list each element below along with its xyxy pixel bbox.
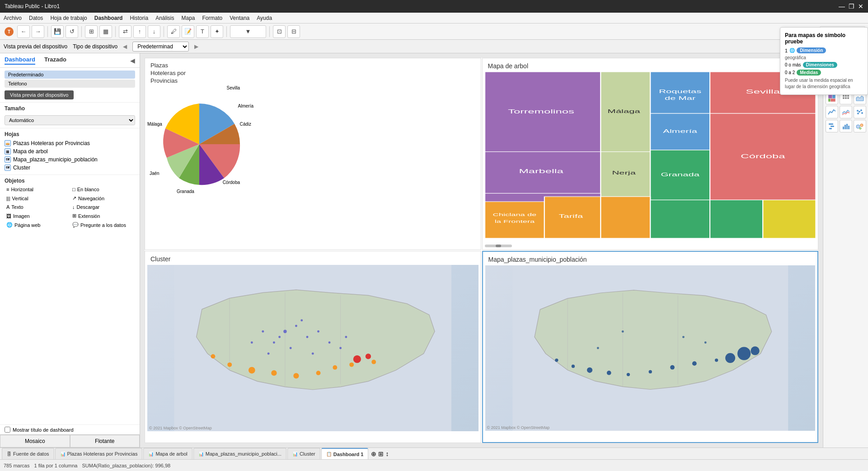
grid-btn[interactable]: ▦	[99, 25, 112, 38]
mapa-plazas-svg	[485, 265, 816, 431]
panel-cluster[interactable]: Cluster	[145, 251, 481, 443]
svg-rect-29	[650, 200, 710, 238]
close-btn[interactable]: ✕	[858, 3, 863, 10]
annotation-btn[interactable]: 📝	[182, 25, 194, 38]
object-vertical[interactable]: |||Vertical	[5, 194, 69, 202]
sort-sheets-btn[interactable]: ↕	[385, 450, 389, 457]
canvas-area: PlazasHoteleras porProvincias	[140, 53, 823, 447]
objects-grid: ≡Horizontal □En blanco |||Vertical ↗Nave…	[5, 186, 135, 229]
menu-bar: Archivo Datos Hoja de trabajo Dashboard …	[0, 13, 868, 24]
menu-archivo[interactable]: Archivo	[4, 15, 22, 21]
minimize-btn[interactable]: —	[839, 3, 845, 10]
panel-treemap[interactable]: Mapa de arbol Torremolinos Málaga Roquet…	[482, 58, 819, 250]
object-enblanco[interactable]: □En blanco	[70, 186, 135, 193]
menu-ventana[interactable]: Ventana	[230, 15, 249, 21]
label-btn[interactable]: T	[196, 25, 209, 38]
tab-cluster[interactable]: 📊 Cluster	[287, 448, 320, 459]
sheet-mapa-plazas[interactable]: 🗺 Mapa_plazas_municipio_población	[5, 155, 135, 164]
tooltip-row-3: 0 a 2 Medidas	[823, 70, 863, 75]
tab-mapa-plazas-municipio-icon: 📊	[198, 452, 204, 457]
device-preview-btn[interactable]: Vista previa del dispositivo	[5, 90, 74, 99]
object-paginaweb[interactable]: 🌐Página web	[5, 221, 69, 229]
menu-dashboard[interactable]: Dashboard	[94, 15, 123, 21]
menu-formato[interactable]: Formato	[202, 15, 223, 21]
refresh-btn[interactable]: ↺	[66, 25, 78, 38]
chart-histogram[interactable]	[840, 120, 852, 132]
tab-fuente-datos[interactable]: 🗄 Fuente de datos	[2, 448, 54, 459]
chart-bubble[interactable]	[854, 120, 866, 132]
preset-telefono[interactable]: Teléfono	[5, 80, 135, 88]
object-pregunte[interactable]: 💬Pregunte a los datos	[70, 221, 135, 229]
status-bar: 785 marcas 1 fila por 1 columna SUMA(Rat…	[0, 459, 868, 471]
menu-mapa[interactable]: Mapa	[182, 15, 195, 21]
new-sheet-btn[interactable]: ⊕	[371, 450, 376, 457]
tab-dashboard1[interactable]: 📋 Dashboard 1	[321, 448, 369, 459]
chart-dual-line[interactable]	[840, 106, 852, 118]
duplicate-sheet-btn[interactable]: ⊞	[378, 450, 384, 457]
sort-asc-btn[interactable]: ↑	[133, 25, 146, 38]
fit-btn[interactable]: ⊡	[273, 25, 286, 38]
size-select[interactable]: Automático Fijo Rango	[5, 115, 135, 125]
tab-mapa-arbol[interactable]: 📊 Mapa de arbol	[143, 448, 192, 459]
tab-mapa-plazas-municipio[interactable]: 📊 Mapa_plazas_municipio_poblaci...	[193, 448, 286, 459]
tab-mapa-arbol-icon: 📊	[148, 452, 154, 457]
chart-gantt[interactable]	[826, 120, 838, 132]
presets-section: Predeterminado Teléfono Vista previa del…	[0, 68, 140, 103]
preset-predeterminado[interactable]: Predeterminado	[5, 71, 135, 79]
svg-rect-129	[845, 125, 846, 129]
forward-btn[interactable]: →	[32, 25, 44, 38]
svg-point-70	[670, 365, 675, 370]
device-type-select[interactable]: Predeterminad Teléfono Tableta	[132, 42, 189, 52]
object-imagen[interactable]: 🖼Imagen	[5, 212, 69, 220]
tab-dashboard[interactable]: Dashboard	[5, 56, 35, 65]
fit2-btn[interactable]: ⊟	[287, 25, 300, 38]
svg-point-77	[555, 358, 558, 362]
maximize-btn[interactable]: ❐	[849, 3, 854, 10]
menu-ayuda[interactable]: Ayuda	[257, 15, 272, 21]
back-btn[interactable]: ←	[17, 25, 30, 38]
format-btn[interactable]: ✦	[211, 25, 223, 38]
object-extension[interactable]: ⊞Extensión	[70, 212, 135, 220]
sheet-mapa-arbol[interactable]: ▦ Mapa de arbol	[5, 147, 135, 155]
svg-point-46	[345, 336, 347, 338]
menu-historia[interactable]: Historia	[130, 15, 148, 21]
svg-point-48	[312, 353, 314, 355]
chart-line[interactable]	[826, 106, 838, 118]
flotante-btn[interactable]: Flotante	[70, 435, 140, 447]
sheet-plazas[interactable]: 🥧 Plazas Hoteleras por Provincias	[5, 139, 135, 147]
object-descargar[interactable]: ↓Descargar	[70, 203, 135, 211]
show-title-checkbox[interactable]	[5, 427, 10, 433]
svg-point-50	[251, 341, 253, 344]
tab-trazado[interactable]: Trazado	[44, 56, 66, 65]
chart-scatter[interactable]	[854, 106, 866, 118]
svg-text:Málaga: Málaga	[607, 108, 640, 114]
svg-rect-105	[828, 99, 830, 102]
highlight-btn[interactable]: 🖊	[167, 25, 180, 38]
collapse-btn[interactable]: ◀	[130, 57, 135, 64]
sheet-icon-mapa-arbol: ▦	[5, 148, 11, 155]
panel-plazas[interactable]: PlazasHoteleras porProvincias	[145, 58, 481, 250]
svg-point-67	[606, 371, 611, 375]
svg-point-53	[293, 373, 299, 378]
object-texto[interactable]: ATexto	[5, 203, 69, 211]
tab-fuente-datos-icon: 🗄	[7, 452, 11, 457]
svg-text:la Frontera: la Frontera	[494, 219, 535, 223]
menu-datos[interactable]: Datos	[29, 15, 43, 21]
sheet-label-mapa-plazas: Mapa_plazas_municipio_población	[13, 156, 98, 163]
tab-plazas[interactable]: 📊 Plazas Hoteleras por Provincias	[55, 448, 143, 459]
panel-mapa-plazas[interactable]: Mapa_plazas_municipio_población	[482, 251, 819, 443]
new-dashboard-btn[interactable]: ⊞	[85, 25, 98, 38]
svg-text:Almería: Almería	[663, 128, 697, 134]
swap-btn[interactable]: ⇄	[119, 25, 131, 38]
object-horizontal[interactable]: ≡Horizontal	[5, 186, 69, 193]
viz-type-select[interactable]: ▼	[230, 25, 266, 38]
menu-hoja[interactable]: Hoja de trabajo	[50, 15, 87, 21]
sheet-cluster[interactable]: 🗺 Cluster	[5, 164, 135, 172]
save-btn[interactable]: 💾	[51, 25, 64, 38]
right-panel: Mostrarme	[823, 53, 868, 447]
sort-desc-btn[interactable]: ↓	[148, 25, 160, 38]
svg-point-75	[751, 346, 760, 355]
menu-analisis[interactable]: Análisis	[155, 15, 174, 21]
object-navegacion[interactable]: ↗Navegación	[70, 194, 135, 202]
mosaico-btn[interactable]: Mosaico	[0, 435, 70, 447]
